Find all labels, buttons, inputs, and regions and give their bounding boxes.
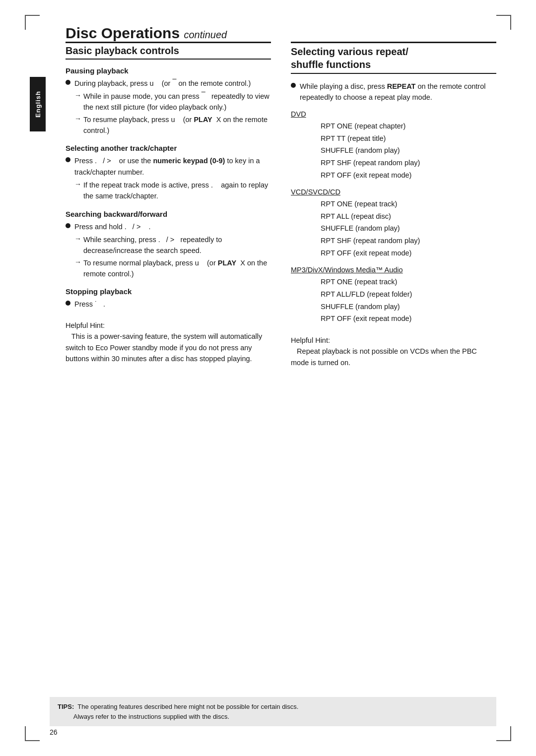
pausing-arrow-text-1: While in pause mode, you can press repea… bbox=[83, 91, 271, 113]
selecting-arrow-1: → If the repeat track mode is active, pr… bbox=[66, 180, 271, 202]
title-continued: continued bbox=[184, 29, 227, 40]
basic-playback-title: Basic playback controls bbox=[66, 45, 271, 57]
right-hint-title: Helpful Hint: bbox=[291, 336, 330, 344]
left-hint-text: This is a power-saving feature, the syst… bbox=[66, 332, 262, 363]
vcd-item-5: RPT OFF (exit repeat mode) bbox=[321, 247, 496, 259]
searching-bullet: Press and hold . / > . bbox=[66, 221, 271, 232]
pausing-arrow-text-2: To resume playback, press u (or PLAY X o… bbox=[83, 115, 271, 136]
searching-arrow-2: → To resume normal playback, press u (or… bbox=[66, 258, 271, 280]
bullet-dot-selecting bbox=[66, 157, 70, 162]
bullet-dot-searching bbox=[66, 223, 70, 228]
bullet-dot-repeat bbox=[291, 83, 296, 88]
dvd-item-5: RPT OFF (exit repeat mode) bbox=[321, 169, 496, 182]
vcd-item-4: RPT SHF (repeat random play) bbox=[321, 235, 496, 247]
right-helpful-hint: Helpful Hint: Repeat playback is not pos… bbox=[291, 335, 496, 368]
stopping-bullet-text: Press ˙ . bbox=[74, 299, 105, 310]
vcd-item-2: RPT ALL (repeat disc) bbox=[321, 210, 496, 223]
searching-title: Searching backward/forward bbox=[66, 210, 271, 218]
mp3-item-1: RPT ONE (repeat track) bbox=[321, 276, 496, 288]
arrow-symbol-3: → bbox=[74, 180, 81, 188]
tips-section: TIPS: The operating features described h… bbox=[50, 697, 496, 726]
vcd-items: RPT ONE (repeat track) RPT ALL (repeat d… bbox=[291, 198, 496, 259]
dvd-item-3: SHUFFLE (random play) bbox=[321, 144, 496, 157]
vcd-item-1: RPT ONE (repeat track) bbox=[321, 198, 496, 210]
dvd-item-2: RPT TT (repeat title) bbox=[321, 132, 496, 145]
title-text: Disc Operations bbox=[66, 25, 180, 41]
repeat-title-line1: Selecting various repeat/ bbox=[291, 46, 408, 57]
pausing-arrow-1: → While in pause mode, you can press rep… bbox=[66, 91, 271, 113]
tips-line1: The operating features described here mi… bbox=[77, 703, 298, 710]
dvd-item-4: RPT SHF (repeat random play) bbox=[321, 157, 496, 169]
left-hint-title: Helpful Hint: bbox=[66, 321, 105, 329]
selecting-arrow-text-1: If the repeat track mode is active, pres… bbox=[83, 180, 271, 202]
stopping-bullet: Press ˙ . bbox=[66, 299, 271, 310]
left-column: Basic playback controls Pausing playback… bbox=[66, 42, 271, 368]
arrow-symbol-2: → bbox=[74, 115, 81, 123]
repeat-intro-text: While playing a disc, press REPEAT on th… bbox=[300, 81, 496, 103]
pausing-arrow-2: → To resume playback, press u (or PLAY X… bbox=[66, 115, 271, 136]
repeat-intro-bullet: While playing a disc, press REPEAT on th… bbox=[291, 81, 496, 103]
mp3-item-3: SHUFFLE (random play) bbox=[321, 301, 496, 313]
selecting-bullet-text: Press . / > or use the numeric keypad (0… bbox=[74, 155, 271, 178]
selecting-track-title: Selecting another track/chapter bbox=[66, 144, 271, 152]
page-number: 26 bbox=[50, 728, 58, 736]
bullet-dot-stopping bbox=[66, 301, 70, 306]
arrow-symbol-1: → bbox=[74, 91, 81, 99]
right-column: Selecting various repeat/ shuffle functi… bbox=[291, 42, 496, 368]
selecting-bullet: Press . / > or use the numeric keypad (0… bbox=[66, 155, 271, 178]
pausing-bullet: During playback, press u (or on the remo… bbox=[66, 78, 271, 89]
dvd-items: RPT ONE (repeat chapter) RPT TT (repeat … bbox=[291, 120, 496, 181]
searching-arrow-text-2: To resume normal playback, press u (or P… bbox=[83, 258, 271, 280]
mp3-items: RPT ONE (repeat track) RPT ALL/FLD (repe… bbox=[291, 276, 496, 325]
searching-arrow-text-1: While searching, press . / > repeatedly … bbox=[83, 235, 271, 256]
right-hint-text: Repeat playback is not possible on VCDs … bbox=[291, 347, 477, 366]
mp3-item-2: RPT ALL/FLD (repeat folder) bbox=[321, 288, 496, 301]
basic-playback-section-header: Basic playback controls bbox=[66, 42, 271, 60]
dvd-label: DVD bbox=[291, 110, 496, 118]
repeat-shuffle-section-header: Selecting various repeat/ shuffle functi… bbox=[291, 42, 496, 74]
repeat-shuffle-title: Selecting various repeat/ shuffle functi… bbox=[291, 45, 496, 71]
tips-label: TIPS: bbox=[58, 703, 74, 710]
pausing-playback-title: Pausing playback bbox=[66, 66, 271, 75]
mp3-item-4: RPT OFF (exit repeat mode) bbox=[321, 313, 496, 325]
searching-bullet-text: Press and hold . / > . bbox=[74, 221, 151, 232]
repeat-title-line2: shuffle functions bbox=[291, 59, 371, 70]
stopping-title: Stopping playback bbox=[66, 287, 271, 296]
arrow-symbol-4: → bbox=[74, 235, 81, 243]
arrow-symbol-5: → bbox=[74, 258, 81, 266]
vcd-item-3: SHUFFLE (random play) bbox=[321, 222, 496, 235]
searching-arrow-1: → While searching, press . / > repeatedl… bbox=[66, 235, 271, 256]
tips-line2: Always refer to the instructions supplie… bbox=[73, 713, 229, 720]
vcd-label: VCD/SVCD/CD bbox=[291, 188, 496, 196]
pausing-bullet-text: During playback, press u (or on the remo… bbox=[74, 78, 251, 89]
left-helpful-hint: Helpful Hint: This is a power-saving fea… bbox=[66, 320, 271, 365]
mp3-label: MP3/DivX/Windows Media™ Audio bbox=[291, 266, 496, 274]
bullet-dot-pausing bbox=[66, 80, 70, 85]
dvd-item-1: RPT ONE (repeat chapter) bbox=[321, 120, 496, 132]
page-title: Disc Operations continued bbox=[66, 25, 496, 42]
